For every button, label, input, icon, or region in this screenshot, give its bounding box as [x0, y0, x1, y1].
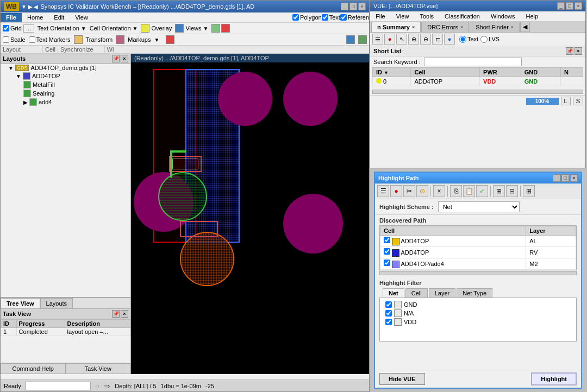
vue-classification-menu[interactable]: Classification — [439, 12, 485, 21]
vue-zoom-out-btn[interactable]: ⊖ — [420, 34, 431, 45]
hp-list-btn[interactable]: ☰ — [377, 185, 389, 197]
s-btn[interactable]: S — [573, 97, 583, 105]
filter-na-check[interactable] — [385, 310, 392, 317]
layout-canvas[interactable] — [131, 64, 369, 374]
filter-tab-layer[interactable]: Layer — [429, 288, 456, 298]
task-close-icon[interactable]: × — [121, 310, 128, 318]
hp-close-small-btn[interactable]: × — [433, 185, 445, 197]
hp-copy-btn[interactable]: ⎘ — [450, 185, 462, 197]
grid-checkbox[interactable] — [3, 25, 9, 31]
tab-summary-close[interactable]: × — [412, 24, 415, 30]
discovered-scroll-h[interactable] — [379, 271, 577, 275]
canvas-area[interactable]: (Readonly) .../ADD4TOP_demo.gds [1], ADD… — [131, 54, 369, 374]
vue-dot2-btn[interactable]: ● — [444, 34, 455, 45]
tree-item-gds[interactable]: ▼ GDS ADD4TOP_demo.gds [1] — [1, 64, 130, 72]
col-cell[interactable]: Cell — [411, 68, 480, 77]
task-view-btn[interactable]: Task View — [66, 363, 131, 374]
text-markers-checkbox-group[interactable]: Text Markers — [29, 36, 71, 43]
layouts-pin-icon[interactable]: 📌 — [112, 55, 120, 62]
discovered-table-container[interactable]: Cell Layer ADD4TOP AL — [379, 225, 577, 270]
home-menu[interactable]: Home — [22, 13, 48, 22]
vue-list-btn[interactable]: ☰ — [372, 34, 383, 45]
polygon-checkbox[interactable] — [292, 14, 299, 21]
tab-scroll-btn[interactable]: ◀ — [520, 22, 530, 32]
hp-target-btn[interactable]: ⊙ — [416, 185, 428, 197]
layouts-tab[interactable]: Layouts — [40, 298, 73, 308]
scale-checkbox-group[interactable]: Scale — [3, 36, 26, 43]
command-help-btn[interactable]: Command Help — [1, 363, 66, 374]
vue-maximize-btn[interactable]: □ — [566, 2, 573, 10]
layouts-close-icon[interactable]: × — [121, 55, 128, 62]
filter-list-container[interactable]: GND N/A VDD — [379, 298, 577, 342]
vue-fit-btn[interactable]: ⊏ — [432, 34, 443, 45]
hp-grid-btn[interactable]: ⊞ — [523, 185, 535, 197]
hp-minimize-btn[interactable]: _ — [553, 174, 560, 182]
hp-copy3-btn[interactable]: ⊟ — [506, 185, 518, 197]
text-markers-checkbox[interactable] — [29, 36, 35, 43]
tab-drc-close[interactable]: × — [460, 24, 463, 30]
filter-tab-nettype[interactable]: Net Type — [457, 288, 492, 298]
wb-close-btn[interactable]: × — [358, 3, 366, 10]
tree-item-add4[interactable]: ▶ add4 — [1, 98, 130, 106]
text-checkbox-group[interactable]: Text — [322, 14, 340, 21]
lvs-radio-label[interactable]: LVS — [480, 36, 499, 43]
short-list-pin[interactable]: 📌 — [566, 47, 573, 55]
col-n[interactable]: N — [560, 68, 583, 77]
reference-checkbox-group[interactable]: Referen — [340, 14, 369, 21]
text-checkbox[interactable] — [322, 14, 328, 21]
reference-checkbox[interactable] — [340, 14, 347, 21]
text-radio-label[interactable]: Text — [459, 36, 478, 43]
scale-checkbox[interactable] — [3, 36, 9, 43]
filter-gnd-check[interactable] — [385, 301, 392, 308]
vue-view-menu[interactable]: View — [391, 12, 415, 21]
grid-checkbox-group[interactable]: Grid — [3, 25, 22, 31]
drow1-check[interactable] — [384, 237, 390, 243]
status-input[interactable] — [26, 382, 91, 390]
filter-vdd-check[interactable] — [385, 319, 392, 325]
wb-minimize-btn[interactable]: _ — [341, 3, 348, 10]
drow3-check[interactable] — [384, 260, 390, 266]
highlight-btn[interactable]: Highlight — [531, 372, 577, 385]
table-row[interactable]: ADD4TOP/add4 M2 — [380, 258, 576, 270]
file-menu[interactable]: File — [1, 13, 22, 22]
vue-help-menu[interactable]: Help — [521, 12, 544, 21]
vue-file-menu[interactable]: File — [370, 12, 391, 21]
tree-view-tab[interactable]: Tree View — [1, 298, 40, 308]
wb-maximize-btn[interactable]: □ — [349, 3, 357, 10]
filter-tab-cell[interactable]: Cell — [405, 288, 428, 298]
vue-dot-btn[interactable]: ● — [384, 34, 395, 45]
grid-settings-btn[interactable]: … — [23, 24, 34, 33]
vue-scrollbar-h[interactable] — [370, 88, 585, 95]
table-row[interactable]: ADD4TOP RV — [380, 247, 576, 258]
task-pin-icon[interactable]: 📌 — [112, 310, 120, 318]
hp-copy2-btn[interactable]: ⊞ — [493, 185, 505, 197]
hp-close-btn[interactable]: × — [570, 174, 578, 182]
view-menu[interactable]: View — [70, 13, 93, 22]
col-id[interactable]: ID ▼ — [373, 68, 411, 77]
vue-zoom-in-btn[interactable]: ⊕ — [408, 34, 419, 45]
hp-scissors-btn[interactable]: ✂ — [403, 185, 415, 197]
filter-tab-net[interactable]: Net — [383, 288, 404, 298]
vue-tools-menu[interactable]: Tools — [414, 12, 439, 21]
scrollbar-track[interactable] — [372, 90, 583, 94]
drow2-check[interactable] — [384, 248, 390, 255]
l-btn[interactable]: L — [561, 97, 571, 105]
tree-item-metalfill[interactable]: MetalFill — [1, 80, 130, 89]
hp-paste-btn[interactable]: 📋 — [463, 185, 475, 197]
hp-dot-btn[interactable]: ● — [390, 185, 402, 197]
search-input[interactable] — [424, 58, 522, 66]
short-list-close[interactable]: × — [574, 47, 582, 55]
edit-menu[interactable]: Edit — [48, 13, 70, 22]
hp-check-btn[interactable]: ✓ — [476, 185, 488, 197]
text-radio[interactable] — [459, 36, 466, 43]
polygon-checkbox-group[interactable]: Polygon — [292, 14, 322, 21]
vue-close-btn[interactable]: × — [574, 2, 582, 10]
hp-scheme-select[interactable]: Net Cell Layer — [438, 201, 520, 212]
tab-summary[interactable]: n Summary × — [371, 22, 421, 32]
vue-minimize-btn[interactable]: _ — [557, 2, 565, 10]
vue-cursor-btn[interactable]: ↖ — [396, 34, 407, 45]
tree-item-add4top[interactable]: ▼ ADD4TOP — [1, 72, 130, 80]
vue-windows-menu[interactable]: Windows — [485, 12, 521, 21]
tab-short-close[interactable]: × — [511, 24, 514, 30]
col-gnd[interactable]: GND — [521, 68, 560, 77]
